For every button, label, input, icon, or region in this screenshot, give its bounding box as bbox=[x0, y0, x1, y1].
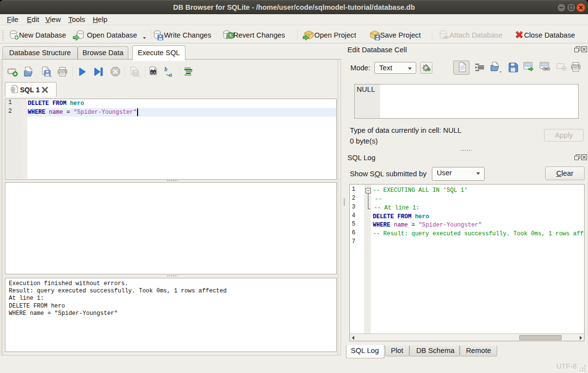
svg-text:a: a bbox=[169, 71, 172, 78]
svg-text:b: b bbox=[164, 66, 167, 73]
